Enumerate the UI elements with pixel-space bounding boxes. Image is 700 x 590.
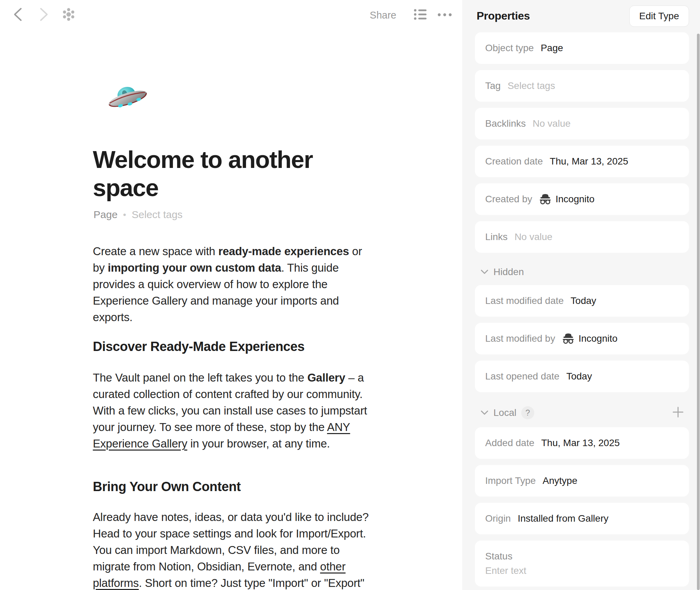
text-run: The Vault panel on the left takes you to… <box>93 371 307 384</box>
plus-icon <box>673 407 684 419</box>
chevron-down-icon[interactable] <box>480 269 489 275</box>
help-question-icon[interactable]: ? <box>521 406 534 419</box>
widgets-button[interactable] <box>61 8 76 23</box>
select-tags-button[interactable]: Select tags <box>132 209 183 220</box>
panel-scrollbar-thumb[interactable] <box>697 34 700 590</box>
person-value: Incognito <box>539 194 595 205</box>
incognito-icon <box>562 333 574 344</box>
page-ufo-emoji-icon[interactable] <box>105 84 150 111</box>
edit-type-button[interactable]: Edit Type <box>629 5 689 27</box>
bold-text-run: ready-made experiences <box>218 245 349 258</box>
chevron-right-icon <box>39 8 48 23</box>
share-button[interactable]: Share <box>370 10 396 21</box>
app-window: Share <box>0 0 700 590</box>
paragraph-gallery[interactable]: The Vault panel on the left takes you to… <box>93 370 370 452</box>
property-label: Last modified by <box>485 333 555 344</box>
property-label: Origin <box>485 513 511 524</box>
section-hidden: Hidden <box>475 259 689 285</box>
heading-discover-experiences[interactable]: Discover Ready-Made Experiences <box>93 339 370 354</box>
section-label: Local <box>493 407 516 418</box>
bold-text-run: Gallery <box>307 371 346 384</box>
property-value: Incognito <box>556 194 595 205</box>
page-title[interactable]: Welcome to another space <box>93 146 370 202</box>
property-value: Anytype <box>542 475 577 486</box>
property-value: Thu, Mar 13, 2025 <box>550 156 628 167</box>
section-local: Local ? <box>475 398 689 427</box>
paragraph-intro[interactable]: Create a new space with ready-made exper… <box>93 243 370 326</box>
property-row-creation-date[interactable]: Creation date Thu, Mar 13, 2025 <box>475 146 689 177</box>
property-label: Import Type <box>485 475 536 486</box>
add-property-button[interactable] <box>670 405 686 420</box>
back-button[interactable] <box>10 8 25 23</box>
page-meta: Page • Select tags <box>94 209 183 220</box>
section-label: Hidden <box>493 266 524 277</box>
meta-separator: • <box>123 209 126 220</box>
property-row-links[interactable]: Links No value <box>475 221 689 253</box>
properties-panel: Properties Edit Type Object type Page Ta… <box>462 0 700 590</box>
incognito-icon <box>539 194 551 205</box>
forward-button[interactable] <box>36 8 51 23</box>
heading-bring-your-own-content[interactable]: Bring Your Own Content <box>93 479 370 495</box>
status-text-input-placeholder[interactable]: Enter text <box>485 565 526 576</box>
property-placeholder: Select tags <box>508 80 555 91</box>
property-label: Last modified date <box>485 295 564 306</box>
property-row-status[interactable]: Status Enter text <box>475 541 689 587</box>
property-label: Object type <box>485 43 534 54</box>
text-run: in your browser, at any time. <box>187 437 330 450</box>
property-row-created-by[interactable]: Created by Incognito <box>475 183 689 215</box>
property-row-last-opened-date[interactable]: Last opened date Today <box>475 361 689 392</box>
chevron-left-icon <box>13 8 22 23</box>
property-value: Today <box>566 371 592 382</box>
property-row-tag[interactable]: Tag Select tags <box>475 70 689 102</box>
properties-title: Properties <box>477 10 530 22</box>
property-label: Created by <box>485 194 532 205</box>
list-view-button[interactable] <box>413 8 427 22</box>
bold-text-run: importing your own custom data <box>108 261 281 274</box>
property-label: Last opened date <box>485 371 559 382</box>
person-value: Incognito <box>562 333 618 344</box>
chevron-down-icon[interactable] <box>480 410 489 416</box>
property-row-import-type[interactable]: Import Type Anytype <box>475 465 689 497</box>
toolbar: Share <box>0 0 462 32</box>
property-label: Tag <box>485 80 501 91</box>
property-row-last-modified-date[interactable]: Last modified date Today <box>475 285 689 317</box>
more-menu-button[interactable] <box>437 8 453 22</box>
property-label: Backlinks <box>485 118 526 129</box>
property-value: Incognito <box>579 333 618 344</box>
property-row-origin[interactable]: Origin Installed from Gallery <box>475 503 689 534</box>
properties-header: Properties Edit Type <box>475 0 689 32</box>
ellipsis-icon <box>437 12 452 18</box>
property-placeholder: No value <box>533 118 571 129</box>
property-label: Creation date <box>485 156 543 167</box>
document-area: Share <box>0 0 462 590</box>
object-type-chip[interactable]: Page <box>94 209 118 220</box>
dots-grid-icon <box>61 7 76 23</box>
text-run: Create a new space with <box>93 245 219 258</box>
property-row-object-type[interactable]: Object type Page <box>475 32 689 64</box>
property-value: Installed from Gallery <box>518 513 609 524</box>
property-row-backlinks[interactable]: Backlinks No value <box>475 108 689 139</box>
property-placeholder: No value <box>514 231 552 242</box>
property-label: Links <box>485 231 508 242</box>
paragraph-import[interactable]: Already have notes, ideas, or data you'd… <box>93 509 370 590</box>
property-value: Page <box>541 43 563 54</box>
property-value: Thu, Mar 13, 2025 <box>541 438 620 449</box>
property-value: Today <box>571 295 596 306</box>
property-label: Added date <box>485 438 534 449</box>
property-row-last-modified-by[interactable]: Last modified by Incognito <box>475 323 689 354</box>
property-row-added-date[interactable]: Added date Thu, Mar 13, 2025 <box>475 427 689 459</box>
bulleted-list-icon <box>414 9 427 22</box>
property-label: Status <box>485 551 512 562</box>
